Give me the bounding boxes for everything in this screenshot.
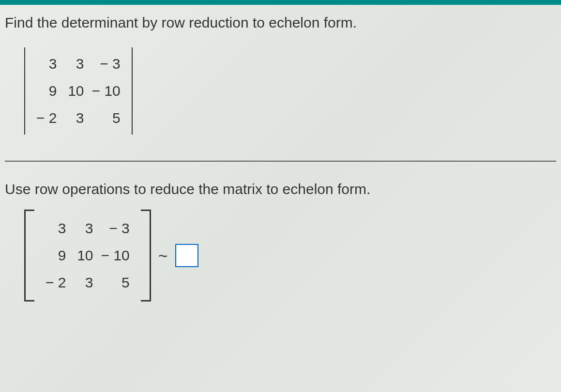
det-cell: 3 [64, 109, 85, 127]
determinant-bar-left [24, 47, 25, 135]
section-divider [5, 161, 556, 162]
mat-cell: − 10 [101, 247, 130, 264]
det-cell: 3 [64, 55, 85, 73]
mat-cell: 9 [45, 247, 67, 264]
sub-question-text: Use row operations to reduce the matrix … [5, 181, 556, 197]
top-bar [0, 0, 561, 5]
content-area: Find the determinant by row reduction to… [0, 5, 561, 302]
det-cell: 9 [36, 82, 58, 100]
det-cell: − 2 [36, 109, 58, 127]
mat-cell: − 3 [101, 220, 130, 237]
mat-cell: 3 [74, 220, 94, 237]
det-cell: − 10 [91, 82, 121, 100]
determinant-matrix: 3 3 − 3 9 10 − 10 − 2 3 5 [29, 45, 128, 136]
det-cell: 10 [64, 82, 85, 100]
bracket-matrix: 3 3 − 3 9 10 − 10 − 2 3 5 [38, 210, 137, 301]
determinant-display: 3 3 − 3 9 10 − 10 − 2 3 5 [24, 45, 556, 136]
mat-cell: 3 [74, 274, 94, 291]
determinant-bar-right [132, 47, 133, 135]
bracket-right [141, 210, 151, 302]
mat-cell: 3 [45, 220, 67, 237]
bracket-left [24, 210, 34, 302]
det-cell: 3 [36, 55, 58, 73]
tilde-symbol: ~ [158, 246, 168, 265]
answer-input-box[interactable] [175, 244, 198, 267]
mat-cell: − 2 [45, 274, 67, 291]
question-text: Find the determinant by row reduction to… [5, 15, 556, 31]
matrix-equation: 3 3 − 3 9 10 − 10 − 2 3 5 ~ [24, 210, 556, 302]
mat-cell: 5 [101, 274, 130, 291]
mat-cell: 10 [74, 247, 94, 264]
det-cell: − 3 [91, 55, 121, 73]
det-cell: 5 [91, 109, 121, 127]
